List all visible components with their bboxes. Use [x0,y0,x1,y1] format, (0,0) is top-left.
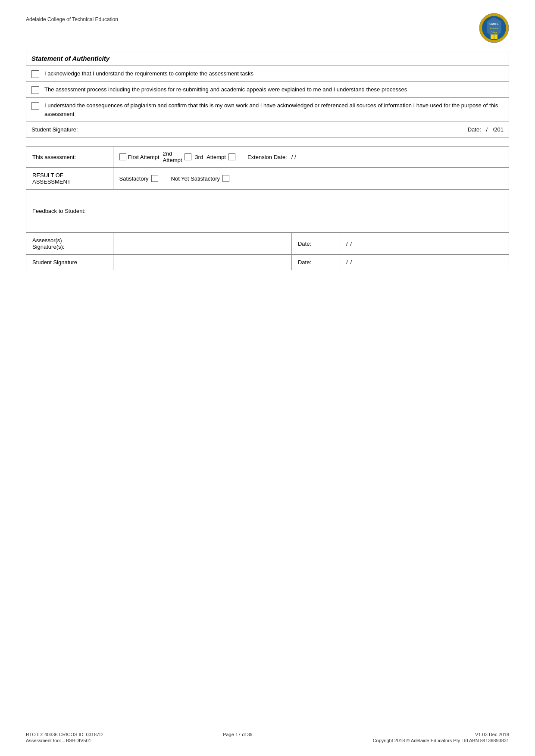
first-attempt-item: First Attempt [119,153,160,160]
feedback-label: Feedback to Student: [32,208,86,214]
assessor-date-value: / / [340,233,509,255]
student-sig-field[interactable] [113,255,291,270]
student-sig-label: Student Signature [26,255,113,270]
auth-text-1: I acknowledge that I understand the requ… [44,69,504,78]
student-sig-date-value: / / [340,255,509,270]
satisfactory-label: Satisfactory [119,175,149,182]
footer-version: V1.03 Dec 2018 [373,732,509,737]
satisfactory-checkbox[interactable] [151,175,158,182]
second-attempt-item: 2nd Attempt [163,151,192,163]
auth-text-3: I understand the consequences of plagiar… [44,101,504,118]
first-attempt-checkbox[interactable] [119,153,126,160]
auth-date-label: Date: [468,126,481,133]
second-attempt-label2: Attempt [163,157,182,163]
result-options: Satisfactory Not Yet Satisfactory [113,168,509,190]
footer-copyright: Copyright 2018 © Adelaide Educators Pty … [373,738,509,743]
assessor-slash1: / [346,241,348,247]
result-label: RESULT OF ASSESSMENT [26,168,113,190]
auth-checkbox-2[interactable] [31,86,39,94]
not-yet-item: Not Yet Satisfactory [171,175,229,182]
auth-date: Date: / /201 [468,126,504,133]
footer-tool: Assessment tool – BSBDIV501 [26,738,103,743]
page: Adelaide College of Technical Education … [0,0,535,756]
assessor-date-label: Date: [291,233,340,255]
third-attempt-label2: Attempt [206,154,226,160]
assessor-sig-field[interactable] [113,233,291,255]
second-attempt-checkbox[interactable] [185,153,191,160]
second-attempt-label-group: 2nd Attempt [163,151,182,163]
attempt-group: First Attempt 2nd Attempt 3rd Attempt [119,151,503,163]
footer: RTO ID: 40336 CRICOS ID: 03187D Assessme… [26,729,509,743]
assessment-table: This assessment: First Attempt 2nd Attem… [26,146,509,270]
footer-page: Page 17 of 39 [223,732,253,737]
student-date-slashes: / / [346,259,352,266]
assessor-row: Assessor(s) Signature(s): Date: / / [26,233,509,255]
assessor-date-slashes: / / [346,241,352,247]
auth-section: Statement of Authenticity I acknowledge … [26,51,509,137]
result-row: RESULT OF ASSESSMENT Satisfactory Not Ye… [26,168,509,190]
extension-date-item: Extension Date: / / [247,154,296,160]
not-yet-checkbox[interactable] [222,175,229,182]
auth-item-3: I understand the consequences of plagiar… [26,98,509,122]
auth-title: Statement of Authenticity [26,51,509,66]
third-attempt-item: 3rd Attempt [195,153,235,160]
assessor-slash2: / [350,241,352,247]
second-attempt-label: 2nd [163,151,172,156]
result-cell: Satisfactory Not Yet Satisfactory [119,175,503,182]
student-slash1: / [346,259,348,266]
satisfactory-item: Satisfactory [119,175,158,182]
auth-checkbox-3[interactable] [31,102,39,110]
student-sig-row: Student Signature Date: / / [26,255,509,270]
feedback-row: Feedback to Student: [26,190,509,233]
auth-signature-row: Student Signature: Date: / /201 [26,122,509,137]
svg-text:College: College [491,31,497,34]
auth-checkbox-1[interactable] [31,70,39,78]
auth-text-2: The assessment process including the pro… [44,85,504,94]
footer-left: RTO ID: 40336 CRICOS ID: 03187D Assessme… [26,732,103,743]
attempt-row: This assessment: First Attempt 2nd Attem… [26,147,509,168]
not-yet-label: Not Yet Satisfactory [171,175,220,182]
auth-item-1: I acknowledge that I understand the requ… [26,66,509,82]
this-assessment-label: This assessment: [26,147,113,168]
org-name: Adelaide College of Technical Education [26,13,118,22]
student-signature-label: Student Signature: [31,126,78,133]
first-attempt-label: First Attempt [128,154,160,160]
third-attempt-checkbox[interactable] [228,153,235,160]
student-slash2: / [350,259,352,266]
third-attempt-label: 3rd [195,154,203,160]
auth-date-value: /201 [493,126,504,133]
extension-date-label: Extension Date: [247,154,287,160]
auth-item-2: The assessment process including the pro… [26,82,509,98]
feedback-cell: Feedback to Student: [26,190,509,233]
svg-text:Adelaide: Adelaide [490,27,498,30]
attempt-options: First Attempt 2nd Attempt 3rd Attempt [113,147,509,168]
header: Adelaide College of Technical Education … [26,13,509,43]
assessor-label: Assessor(s) Signature(s): [26,233,113,255]
footer-right: V1.03 Dec 2018 Copyright 2018 © Adelaide… [373,732,509,743]
footer-center: Page 17 of 39 [223,732,253,743]
logo-svg: SMITE Adelaide College [479,13,509,43]
student-sig-date-label: Date: [291,255,340,270]
svg-text:SMITE: SMITE [489,22,499,25]
logo: SMITE Adelaide College [479,13,509,43]
extension-date-value: / / [291,154,296,160]
footer-rto: RTO ID: 40336 CRICOS ID: 03187D [26,732,103,737]
